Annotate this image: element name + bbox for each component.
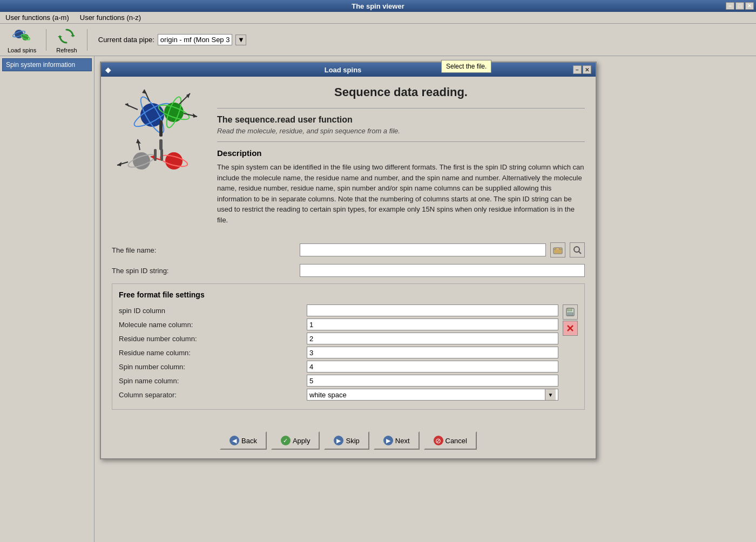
cancel-icon: ⊘ <box>434 436 443 445</box>
refresh-button[interactable]: Refresh <box>53 25 80 55</box>
back-button[interactable]: ◀ Back <box>220 431 267 450</box>
ff-save-button[interactable] <box>563 304 578 320</box>
description-title: Description <box>217 148 585 158</box>
ff-separator-select[interactable]: white space ▼ <box>307 389 558 401</box>
toolbar-separator-1 <box>46 29 46 51</box>
back-label: Back <box>241 437 257 445</box>
modal-header-text: Sequence data reading. The sequence.read… <box>217 85 585 234</box>
section-title: The sequence.read user function <box>217 115 585 125</box>
skip-icon: ▶ <box>334 436 343 445</box>
divider-2 <box>217 141 585 142</box>
content-area: ◆ Load spins − ✕ <box>94 56 756 542</box>
sidebar: Spin system information <box>0 56 94 542</box>
ff-fields-list: spin ID column Molecule name column: <box>119 304 558 403</box>
modal-title-bar: ◆ Load spins − ✕ <box>101 63 596 77</box>
cancel-label: Cancel <box>446 437 467 445</box>
menu-user-functions-a-m[interactable]: User functions (a-m) <box>2 12 72 23</box>
free-format-section: Free format file settings spin ID column <box>112 283 585 410</box>
svg-marker-27 <box>136 139 141 144</box>
file-name-input[interactable] <box>300 243 546 256</box>
pipe-dropdown-button[interactable]: ▼ <box>235 35 246 45</box>
sidebar-item-spin-system-info[interactable]: Spin system information <box>2 58 92 71</box>
spin-id-row: The spin ID string: <box>112 264 585 277</box>
ff-spin-num-label: Spin number column: <box>119 363 302 371</box>
ff-separator-value: white space <box>309 391 545 399</box>
load-spins-button[interactable]: Load spins <box>4 25 39 55</box>
cancel-button[interactable]: ⊘ Cancel <box>424 431 477 450</box>
divider-1 <box>217 108 585 109</box>
next-label: Next <box>395 437 410 445</box>
svg-rect-39 <box>568 308 572 311</box>
ff-molecule-label: Molecule name column: <box>119 321 302 329</box>
file-search-button[interactable] <box>570 242 585 258</box>
ff-spin-num-row: Spin number column: <box>119 361 558 372</box>
back-icon: ◀ <box>230 436 239 445</box>
app-minimize-btn[interactable]: − <box>726 2 734 10</box>
ff-residue-name-input[interactable] <box>307 347 558 358</box>
modal-close-btn[interactable]: ✕ <box>583 65 591 74</box>
spin-id-input[interactable] <box>300 264 585 277</box>
title-bar-controls: − □ ✕ <box>726 2 754 10</box>
app-title-bar: The spin viewer − □ ✕ <box>0 0 756 12</box>
ff-section-title: Free format file settings <box>119 290 578 299</box>
ff-residue-name-row: Residue name column: <box>119 347 558 358</box>
spin-id-label: The spin ID string: <box>112 267 295 275</box>
modal-footer: ◀ Back ✓ Apply ▶ Skip ▶ Next <box>101 425 596 458</box>
apply-label: Apply <box>293 437 310 445</box>
ff-spin-num-input[interactable] <box>307 361 558 372</box>
current-pipe-label: Current data pipe: <box>98 36 154 44</box>
load-spins-icon <box>12 26 32 46</box>
toolbar: Load spins Refresh Current data pipe: or… <box>0 24 756 56</box>
ff-separator-label: Column separator: <box>119 391 302 399</box>
svg-rect-40 <box>568 313 573 315</box>
ff-delete-button[interactable] <box>563 321 578 336</box>
modal-title-icon: ◆ <box>105 66 111 74</box>
ff-separator-arrow[interactable]: ▼ <box>545 389 556 400</box>
ff-spin-id-input[interactable] <box>307 304 558 316</box>
ff-molecule-row: Molecule name column: <box>119 319 558 330</box>
svg-rect-32 <box>154 149 157 161</box>
skip-label: Skip <box>346 437 359 445</box>
svg-marker-15 <box>186 93 190 98</box>
menu-bar: User functions (a-m) User functions (n-z… <box>0 12 756 24</box>
modal-minimize-btn[interactable]: − <box>573 65 582 74</box>
app-close-btn[interactable]: ✕ <box>745 2 754 10</box>
app-title: The spin viewer <box>352 2 404 10</box>
refresh-label: Refresh <box>56 47 77 53</box>
svg-point-36 <box>574 247 579 252</box>
svg-marker-5 <box>58 36 62 38</box>
ff-spin-name-input[interactable] <box>307 375 558 387</box>
ff-molecule-input[interactable] <box>307 319 558 330</box>
ff-residue-num-row: Residue number column: <box>119 333 558 344</box>
pipe-value: origin - mf (Mon Sep 3 <box>160 36 230 44</box>
ff-residue-num-input[interactable] <box>307 333 558 344</box>
svg-rect-9 <box>159 120 163 137</box>
skip-button[interactable]: ▶ Skip <box>324 431 369 450</box>
next-button[interactable]: ▶ Next <box>374 431 420 450</box>
modal-body: Sequence data reading. The sequence.read… <box>101 77 596 425</box>
svg-marker-4 <box>71 34 75 36</box>
file-name-row: The file name: <box>112 242 585 258</box>
apply-button[interactable]: ✓ Apply <box>271 431 320 450</box>
ff-fields-area: spin ID column Molecule name column: <box>119 304 578 403</box>
modal-main-title: Sequence data reading. <box>217 85 585 99</box>
ff-spin-id-label: spin ID column <box>119 307 302 315</box>
ff-residue-name-label: Residue name column: <box>119 349 302 357</box>
section-subtitle: Read the molecule, residue, and spin seq… <box>217 127 585 135</box>
modal-header-area: Sequence data reading. The sequence.read… <box>112 85 585 234</box>
molecule-illustration <box>112 85 206 180</box>
ff-residue-num-label: Residue number column: <box>119 335 302 343</box>
main-area: Spin system information ◆ Load spins − ✕ <box>0 56 756 542</box>
toolbar-separator-2 <box>87 29 87 51</box>
pipe-select[interactable]: origin - mf (Mon Sep 3 <box>158 34 233 45</box>
ff-spin-name-row: Spin name column: <box>119 375 558 387</box>
svg-rect-33 <box>160 149 163 161</box>
file-select-button[interactable] <box>550 242 565 258</box>
svg-marker-25 <box>117 162 122 166</box>
menu-user-functions-n-z[interactable]: User functions (n-z) <box>77 12 144 23</box>
ff-side-buttons <box>563 304 578 336</box>
app-maximize-btn[interactable]: □ <box>735 2 744 10</box>
svg-rect-10 <box>159 139 163 150</box>
next-icon: ▶ <box>383 436 393 445</box>
load-spins-label: Load spins <box>8 47 36 53</box>
